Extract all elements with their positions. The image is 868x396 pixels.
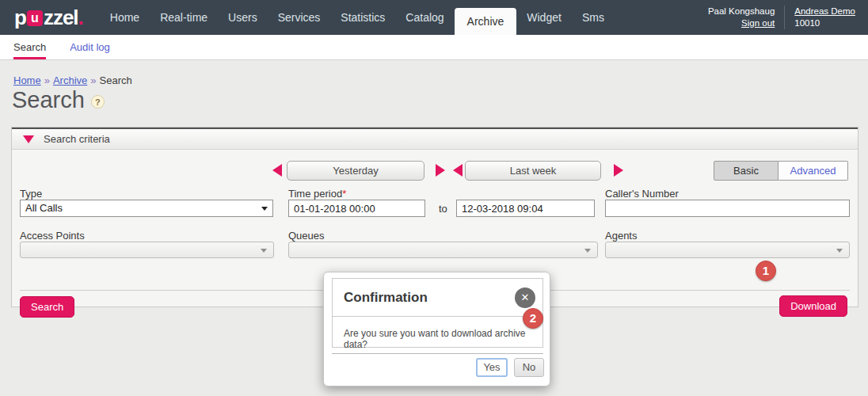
access-points-select[interactable] xyxy=(20,242,274,258)
type-label: Type xyxy=(20,188,42,200)
breadcrumb-separator: » xyxy=(87,74,99,86)
account-name-link[interactable]: Andreas Demo xyxy=(794,6,855,16)
yesterday-button[interactable]: Yesterday xyxy=(287,161,424,181)
breadcrumb-home-link[interactable]: Home xyxy=(13,74,41,86)
nav-item-catalog[interactable]: Catalog xyxy=(395,0,454,35)
nav-item-statistics[interactable]: Statistics xyxy=(330,0,395,35)
breadcrumb: Home»Archive»Search xyxy=(13,74,132,86)
modal-no-button[interactable]: No xyxy=(514,358,544,377)
prev-day-arrow-icon[interactable] xyxy=(272,164,282,177)
agents-select[interactable] xyxy=(605,242,850,258)
search-criteria-header[interactable]: Search criteria xyxy=(12,128,858,150)
breadcrumb-archive-link[interactable]: Archive xyxy=(53,74,87,86)
prev-week-arrow-icon[interactable] xyxy=(453,164,463,177)
callers-number-label: Caller's Number xyxy=(605,188,679,200)
time-period-label: Time period* xyxy=(288,188,346,200)
modal-yes-button[interactable]: Yes xyxy=(476,358,508,377)
logo-u-tile-icon: u xyxy=(27,10,43,26)
user-area: Paal Kongshaug Sign out Andreas Demo 100… xyxy=(708,0,868,35)
queues-label: Queues xyxy=(288,230,325,242)
caret-down-icon xyxy=(261,249,267,253)
account-info: Andreas Demo 10010 xyxy=(784,6,855,29)
last-week-button[interactable]: Last week xyxy=(465,161,601,181)
user-name: Paal Kongshaug xyxy=(708,6,775,17)
subnav-tab-search[interactable]: Search xyxy=(13,41,46,59)
puzzel-admin-app: p u zzel . Home Real-time Users Services… xyxy=(0,0,868,396)
basic-mode-button[interactable]: Basic xyxy=(714,161,779,181)
breadcrumb-separator: » xyxy=(41,74,53,86)
main-nav: Home Real-time Users Services Statistics… xyxy=(100,0,615,35)
next-day-arrow-icon[interactable] xyxy=(436,164,445,177)
logo-dot: . xyxy=(78,6,84,30)
agents-label: Agents xyxy=(605,230,637,242)
user-info: Paal Kongshaug Sign out xyxy=(708,6,784,29)
nav-item-home[interactable]: Home xyxy=(100,0,150,35)
modal-close-icon[interactable]: ✕ xyxy=(515,287,535,308)
logo-text-rest: zzel xyxy=(44,6,78,30)
mode-toggle: Basic Advanced xyxy=(714,161,848,181)
annotation-step-2: 2 xyxy=(523,308,543,329)
caret-down-icon xyxy=(584,249,591,253)
nav-item-users[interactable]: Users xyxy=(218,0,268,35)
confirmation-modal-inner: Confirmation ✕ Are you sure you want to … xyxy=(332,278,543,348)
to-label: to xyxy=(439,203,447,215)
page-title-text: Search xyxy=(12,87,85,112)
caret-down-icon xyxy=(836,249,843,253)
archive-subnav: Search Audit log xyxy=(0,35,868,60)
time-to-input[interactable] xyxy=(456,200,595,217)
nav-item-real-time[interactable]: Real-time xyxy=(150,0,218,35)
time-from-input[interactable] xyxy=(288,200,425,217)
puzzel-logo[interactable]: p u zzel . xyxy=(0,0,100,35)
queues-select[interactable] xyxy=(288,242,598,258)
required-asterisk: * xyxy=(342,188,346,200)
caret-down-icon xyxy=(261,207,268,211)
download-button[interactable]: Download xyxy=(779,295,847,317)
modal-title: Confirmation xyxy=(344,290,515,306)
callers-number-input[interactable] xyxy=(605,200,850,217)
nav-item-sms[interactable]: Sms xyxy=(572,0,615,35)
top-navbar: p u zzel . Home Real-time Users Services… xyxy=(0,0,868,35)
confirmation-modal: Confirmation ✕ Are you sure you want to … xyxy=(323,272,550,386)
logo-text: p xyxy=(14,6,26,30)
modal-message: Are you sure you want to download archiv… xyxy=(333,317,542,350)
help-icon[interactable]: ? xyxy=(91,95,105,109)
access-points-label: Access Points xyxy=(20,230,85,242)
advanced-mode-button[interactable]: Advanced xyxy=(779,161,848,181)
collapse-triangle-icon xyxy=(23,135,34,143)
breadcrumb-current: Search xyxy=(100,74,132,86)
subnav-tab-audit-log[interactable]: Audit log xyxy=(70,41,110,53)
time-period-label-text: Time period xyxy=(288,188,342,200)
next-week-arrow-icon[interactable] xyxy=(614,164,623,177)
type-select[interactable]: All Calls xyxy=(20,200,273,217)
annotation-step-1: 1 xyxy=(756,261,776,281)
search-criteria-title: Search criteria xyxy=(44,133,110,145)
nav-item-services[interactable]: Services xyxy=(268,0,331,35)
nav-item-archive[interactable]: Archive xyxy=(455,8,517,35)
type-select-value: All Calls xyxy=(25,202,63,214)
account-id: 10010 xyxy=(794,17,855,29)
modal-footer-divider xyxy=(332,353,543,354)
page-title: Search? xyxy=(12,87,105,113)
modal-header: Confirmation ✕ xyxy=(333,279,542,317)
nav-item-widget[interactable]: Widget xyxy=(516,0,572,35)
search-button[interactable]: Search xyxy=(20,296,74,318)
sign-out-link[interactable]: Sign out xyxy=(741,18,775,28)
